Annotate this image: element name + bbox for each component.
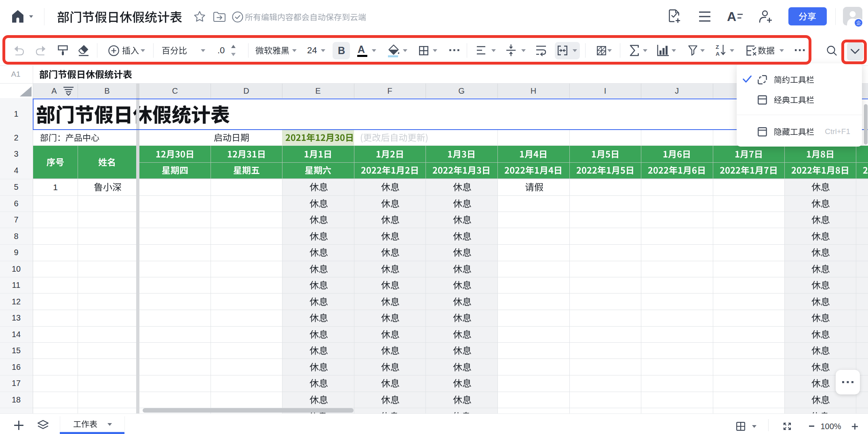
svg-text:A: A [727,9,736,24]
